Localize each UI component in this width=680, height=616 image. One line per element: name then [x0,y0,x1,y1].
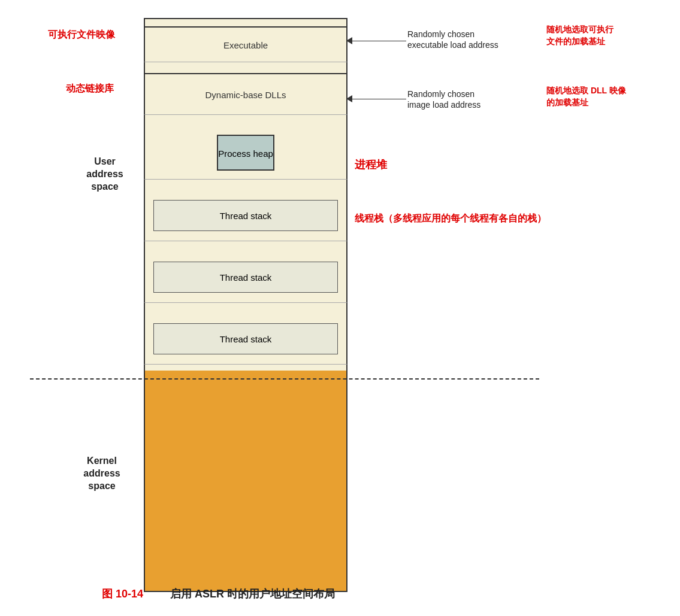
executable-cn-text: 可执行文件映像 [48,29,115,40]
executable-label: Executable [223,40,268,50]
gap-1 [144,62,347,73]
dll-ann-line2: image load address [407,100,480,110]
gap-6 [144,365,347,371]
dll-ann-line1: Randomly chosen [407,89,475,99]
gap-4 [144,241,347,252]
dll-cn-label: 动态链接库 [66,83,114,95]
stack-cn-text: 线程栈（多线程应用的每个线程有各自的栈） [355,213,546,223]
stack3-segment: Thread stack [153,323,338,354]
kernel-segment [144,371,347,592]
exec-cn-ann-line1: 随机地选取可执行 [546,25,613,34]
exec-ann-line2: executable load address [407,40,498,50]
stack1-label: Thread stack [220,211,272,221]
heap-cn-label: 进程堆 [355,157,387,172]
dll-arrow-line [349,99,406,99]
dll-cn-ann: 随机地选取 DLL 映像 的加载基址 [546,85,626,108]
executable-segment: Executable [144,26,347,62]
exec-cn-ann: 随机地选取可执行 文件的加载基址 [546,24,613,47]
kernel-address-label: Kernel address space [63,455,141,492]
gap-5 [144,303,347,314]
stack1-outer: Thread stack [144,190,347,241]
diagram-container: Executable Dynamic-base DLLs Process hea… [30,12,659,599]
exec-arrow-head [346,37,352,44]
heap-segment: Process heap [217,135,274,171]
dashed-divider [30,378,539,380]
stack-cn-label: 线程栈（多线程应用的每个线程有各自的栈） [355,213,546,225]
caption-desc: 启用 ASLR 时的用户地址空间布局 [170,588,335,600]
stack1-segment: Thread stack [153,200,338,231]
dll-segment: Dynamic-base DLLs [144,73,347,115]
memory-box: Executable Dynamic-base DLLs Process hea… [144,18,347,592]
heap-label: Process heap [218,148,273,159]
caption: 图 10-14 启用 ASLR 时的用户地址空间布局 [102,587,335,593]
dll-cn-text: 动态链接库 [66,83,114,93]
stack2-segment: Thread stack [153,262,338,293]
heap-cn-text: 进程堆 [355,159,387,171]
exec-ann-line1: Randomly chosen [407,29,475,39]
caption-label: 图 10-14 [102,588,143,600]
dll-cn-ann-line2: 的加载基址 [546,98,588,107]
heap-outer: Process heap [144,126,347,180]
stack2-label: Thread stack [220,272,272,283]
exec-cn-ann-line2: 文件的加载基址 [546,37,605,46]
dll-cn-ann-line1: 随机地选取 DLL 映像 [546,86,626,95]
top-border [144,18,347,26]
dll-arrow-head [346,95,352,102]
kernel-address-text: Kernel address space [83,456,120,491]
stack2-outer: Thread stack [144,252,347,303]
executable-cn-label: 可执行文件映像 [48,29,115,41]
stack3-outer: Thread stack [144,314,347,365]
user-address-label: User address space [72,156,138,193]
stack3-label: Thread stack [220,334,272,344]
gap-3 [144,180,347,190]
dll-label: Dynamic-base DLLs [205,90,286,100]
exec-arrow-line [349,41,406,41]
exec-annotation: Randomly chosen executable load address [407,29,498,50]
gap-2 [144,115,347,126]
user-address-text: User address space [86,156,123,192]
dll-annotation: Randomly chosen image load address [407,89,480,110]
